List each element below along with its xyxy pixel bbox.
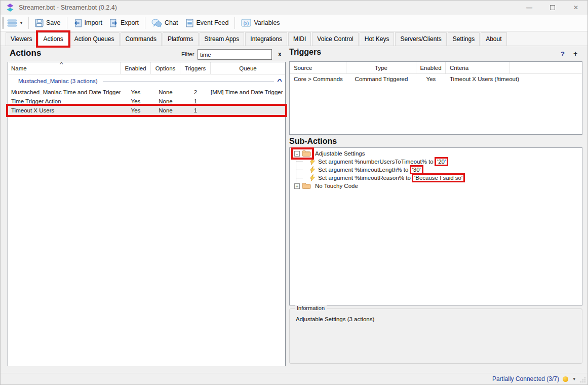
tab-servers-clients[interactable]: Servers/Clients bbox=[395, 32, 446, 46]
lightning-icon bbox=[309, 174, 316, 181]
lightning-icon bbox=[309, 158, 316, 165]
triggers-table-body: Core > Commands Command Triggered Yes Ti… bbox=[290, 74, 582, 84]
column-header-queue[interactable]: Queue bbox=[211, 62, 285, 74]
action-group-label: Mustached_Maniac (3 actions) bbox=[18, 78, 98, 84]
filter-input[interactable] bbox=[198, 49, 272, 60]
sub-action-row[interactable]: Set argument %timeoutLength% to '30' bbox=[290, 166, 582, 174]
tab-integrations[interactable]: Integrations bbox=[245, 32, 287, 46]
actions-table-header: Name ^ Enabled Options Triggers Queue bbox=[8, 62, 285, 74]
action-enabled: Yes bbox=[121, 98, 151, 104]
export-button-label: Export bbox=[121, 19, 139, 26]
tab-hot-keys[interactable]: Hot Keys bbox=[360, 32, 395, 46]
save-button-label: Save bbox=[46, 19, 61, 26]
filter-clear-button[interactable]: x bbox=[278, 51, 282, 58]
action-row[interactable]: Mustached_Maniac Time and Date Triggers … bbox=[8, 88, 285, 97]
filter-label: Filter bbox=[181, 51, 194, 57]
column-header-type[interactable]: Type bbox=[346, 62, 416, 73]
triggers-table-header: Source Type Enabled Criteria bbox=[290, 62, 582, 74]
information-groupbox: Information Adjustable Settings (3 actio… bbox=[289, 309, 582, 364]
sub-action-row[interactable]: + No Touchy Code bbox=[290, 182, 582, 190]
tab-settings[interactable]: Settings bbox=[448, 32, 480, 46]
import-icon bbox=[73, 19, 82, 27]
sub-action-label: No Touchy Code bbox=[315, 183, 358, 189]
export-icon bbox=[109, 19, 118, 27]
column-header-name[interactable]: Name ^ bbox=[8, 62, 121, 74]
tab-actions[interactable]: Actions bbox=[38, 32, 68, 46]
tab-about[interactable]: About bbox=[481, 32, 506, 46]
column-header-source[interactable]: Source bbox=[290, 62, 346, 73]
tab-stream-apps[interactable]: Stream Apps bbox=[200, 32, 245, 46]
connection-status-dot-icon[interactable] bbox=[563, 376, 568, 382]
sub-action-text: Set argument %numberUsersToTimeout% to bbox=[318, 159, 435, 165]
action-options: None bbox=[151, 98, 180, 104]
toolbar-separator bbox=[67, 17, 67, 29]
sub-action-value: '30' bbox=[411, 167, 422, 173]
tree-connector bbox=[290, 166, 309, 174]
column-header-options[interactable]: Options bbox=[151, 62, 180, 74]
minimize-button[interactable]: — bbox=[518, 1, 541, 15]
sub-action-label: Set argument %timeoutReason% to 'Because… bbox=[318, 175, 463, 181]
tab-action-queues[interactable]: Action Queues bbox=[69, 32, 120, 46]
chat-button[interactable]: Chat bbox=[148, 17, 181, 29]
action-trigger-count: 1 bbox=[180, 107, 211, 113]
actions-panel-title: Actions bbox=[10, 48, 41, 58]
tree-node-icons: + bbox=[293, 182, 312, 190]
action-options: None bbox=[151, 107, 180, 113]
triggers-help-button[interactable]: ? bbox=[561, 50, 565, 58]
event-feed-button-label: Event Feed bbox=[197, 19, 229, 26]
sub-action-text: Adjustable Settings bbox=[315, 150, 365, 157]
sub-action-label: Adjustable Settings bbox=[315, 150, 365, 157]
tree-expander-button[interactable]: - bbox=[294, 151, 300, 157]
import-button[interactable]: Import bbox=[70, 17, 106, 29]
column-header-trigger-enabled[interactable]: Enabled bbox=[416, 62, 446, 73]
action-name: Time Trigger Action bbox=[8, 98, 121, 104]
close-button[interactable]: ✕ bbox=[564, 1, 587, 15]
column-header-enabled[interactable]: Enabled bbox=[121, 62, 151, 74]
action-options: None bbox=[151, 89, 180, 95]
event-feed-button[interactable]: Event Feed bbox=[182, 17, 232, 29]
collapse-group-icon[interactable]: ^ bbox=[277, 78, 282, 84]
tab-voice-control[interactable]: Voice Control bbox=[312, 32, 358, 46]
action-group-header[interactable]: Mustached_Maniac (3 actions) ^ bbox=[8, 74, 285, 88]
actions-menu-button[interactable]: ▾ bbox=[4, 17, 26, 29]
resize-grip[interactable] bbox=[584, 381, 585, 382]
sub-actions-tree: - Adjustable Settings bbox=[289, 147, 582, 305]
toolbar-separator bbox=[234, 17, 235, 29]
tree-expander-button[interactable]: + bbox=[294, 183, 300, 189]
action-row[interactable]: Time Trigger Action Yes None 1 bbox=[8, 97, 285, 106]
information-legend: Information bbox=[295, 305, 327, 311]
tab-midi[interactable]: MIDI bbox=[288, 32, 311, 46]
triggers-table: Source Type Enabled Criteria Core > Comm… bbox=[289, 61, 582, 135]
window-controls: — ✕ bbox=[518, 1, 587, 15]
variables-button[interactable]: (x) Variables bbox=[238, 17, 283, 29]
sub-action-row[interactable]: Set argument %timeoutReason% to 'Because… bbox=[290, 174, 582, 182]
hamburger-menu-icon bbox=[7, 19, 17, 27]
sub-action-value: '20' bbox=[436, 159, 447, 165]
tab-viewers[interactable]: Viewers bbox=[6, 32, 37, 46]
column-header-criteria[interactable]: Criteria bbox=[446, 62, 510, 73]
action-enabled: Yes bbox=[121, 107, 151, 113]
action-trigger-count: 1 bbox=[180, 98, 211, 104]
import-button-label: Import bbox=[85, 19, 102, 26]
tab-commands[interactable]: Commands bbox=[121, 32, 162, 46]
toolbar-separator bbox=[145, 17, 145, 29]
chevron-down-icon[interactable]: ▾ bbox=[573, 376, 575, 381]
triggers-add-button[interactable]: + bbox=[573, 50, 577, 58]
column-header-triggers[interactable]: Triggers bbox=[180, 62, 211, 74]
sub-action-row[interactable]: - Adjustable Settings bbox=[290, 149, 582, 158]
tree-connector bbox=[290, 158, 309, 166]
variables-icon: (x) bbox=[241, 19, 251, 27]
sub-action-row[interactable]: Set argument %numberUsersToTimeout% to '… bbox=[290, 158, 582, 166]
action-row[interactable]: Timeout X Users Yes None 1 bbox=[8, 106, 285, 115]
information-content: Adjustable Settings (3 actions) bbox=[296, 316, 374, 322]
group-divider-line bbox=[103, 81, 274, 82]
action-name: Timeout X Users bbox=[8, 107, 121, 113]
export-button[interactable]: Export bbox=[106, 17, 142, 29]
maximize-button[interactable] bbox=[541, 1, 564, 15]
toolbar: ▾ Save Import bbox=[1, 15, 587, 31]
tab-platforms[interactable]: Platforms bbox=[163, 32, 199, 46]
trigger-row[interactable]: Core > Commands Command Triggered Yes Ti… bbox=[290, 74, 582, 84]
save-button[interactable]: Save bbox=[31, 17, 64, 29]
sub-action-text: No Touchy Code bbox=[315, 183, 358, 189]
svg-text:(x): (x) bbox=[244, 21, 249, 26]
